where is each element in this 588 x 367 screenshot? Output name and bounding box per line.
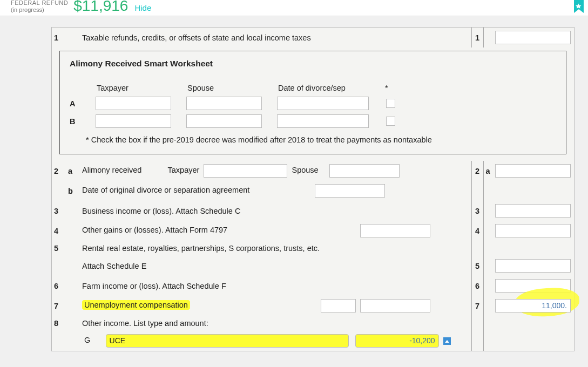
scroll-up-icon[interactable] [443, 337, 451, 345]
line-8g-amount-field[interactable]: -10,200 [355, 334, 439, 348]
alimony-hdr-spouse: Spouse [186, 84, 267, 92]
line-8g-label: G [84, 336, 90, 344]
line-7-row: 7 Unemployment compensation 7 [52, 296, 574, 316]
line-2b-row: b Date of original divorce or separation… [52, 181, 574, 201]
line-3-desc: Business income or (loss). Attach Schedu… [80, 201, 471, 221]
line-4-mid-field[interactable] [360, 224, 430, 237]
line-8g-amount-value: -10,200 [409, 336, 435, 345]
line-6-rnum: 6 [471, 276, 483, 296]
line-5-desc1: Rental real estate, royalties, partnersh… [80, 241, 471, 256]
line-6-num: 6 [52, 276, 66, 296]
line-7-mid-field-a[interactable] [321, 299, 356, 312]
line-7-amount-value: 11,000. [499, 300, 567, 312]
line-6-desc: Farm income or (loss). Attach Schedule F [80, 276, 471, 296]
alimony-b-taxpayer-field[interactable] [96, 114, 171, 128]
alimony-hdr-date: Date of divorce/sep [277, 84, 374, 92]
alimony-ws-title: Alimony Received Smart Worksheet [70, 59, 556, 69]
line-5-row-a: 5 Rental real estate, royalties, partner… [52, 241, 574, 256]
line-3-num: 3 [52, 201, 66, 221]
line-1-desc: Taxable refunds, credits, or offsets of … [80, 28, 471, 47]
line-1-row: 1 Taxable refunds, credits, or offsets o… [52, 28, 574, 47]
alimony-b-checkbox[interactable] [386, 117, 395, 126]
line-2a-desc: Alimony received [82, 166, 141, 174]
line-2a-row: 2 a Alimony received Taxpayer Spouse 2 a [52, 161, 574, 181]
line-7-desc: Unemployment compensation [82, 300, 190, 310]
line-5-num: 5 [52, 241, 66, 256]
line-4-desc: Other gains or (losses). Attach Form 479… [82, 226, 227, 234]
line-1-amount-field[interactable] [495, 31, 571, 44]
line-7-amount-field[interactable]: 11,000. [495, 299, 571, 312]
line-2b-sub: b [66, 181, 80, 201]
refund-amount: $11,916 [73, 0, 128, 13]
line-7-mid-field-b[interactable] [360, 299, 430, 312]
line-2a-spouse-lbl: Spouse [292, 166, 318, 174]
line-5-desc2: Attach Schedule E [80, 256, 471, 276]
alimony-row-b-label: B [70, 117, 86, 126]
line-8-num: 8 [52, 316, 66, 331]
alimony-b-date-field[interactable] [277, 114, 369, 128]
refund-label-line1: FEDERAL REFUND [11, 0, 68, 6]
line-2a-taxpayer-field[interactable] [204, 164, 287, 178]
refund-label-line2: (in progress) [11, 6, 68, 13]
line-8g-type-field[interactable]: UCE [106, 334, 349, 348]
line-8-desc: Other income. List type and amount: [80, 316, 471, 331]
line-3-row: 3 Business income or (loss). Attach Sche… [52, 201, 574, 221]
line-2a-taxpayer-lbl: Taxpayer [168, 166, 200, 174]
line-5-amount-field[interactable] [495, 259, 571, 273]
alimony-a-taxpayer-field[interactable] [96, 97, 171, 110]
line-2a-rnum: 2 [471, 161, 483, 181]
hide-link[interactable]: Hide [134, 3, 151, 12]
alimony-b-spouse-field[interactable] [186, 114, 262, 128]
line-6-row: 6 Farm income or (loss). Attach Schedule… [52, 276, 574, 296]
line-3-rnum: 3 [471, 201, 483, 221]
alimony-worksheet: Alimony Received Smart Worksheet Taxpaye… [59, 51, 566, 154]
line-8g-row: G UCE -10,200 [52, 331, 574, 351]
alimony-a-checkbox[interactable] [386, 99, 395, 108]
form-schedule: 1 Taxable refunds, credits, or offsets o… [51, 27, 575, 351]
line-8g-type-value: UCE [110, 336, 126, 345]
line-1-num: 1 [52, 28, 66, 47]
line-2a-rsub: a [483, 161, 493, 181]
line-3-amount-field[interactable] [495, 204, 571, 218]
line-4-row: 4 Other gains or (losses). Attach Form 4… [52, 221, 574, 241]
bookmark-icon[interactable] [573, 0, 585, 14]
line-2a-amount-field[interactable] [495, 164, 571, 178]
line-2b-desc: Date of original divorce or separation a… [82, 186, 249, 194]
alimony-ws-note: * Check the box if the pre-2019 decree w… [86, 135, 556, 144]
line-7-num: 7 [52, 296, 66, 316]
line-8-row: 8 Other income. List type and amount: [52, 316, 574, 331]
line-4-num: 4 [52, 221, 66, 241]
line-7-rnum: 7 [471, 296, 483, 316]
alimony-a-spouse-field[interactable] [186, 97, 262, 110]
refund-label: FEDERAL REFUND (in progress) [11, 0, 68, 13]
alimony-hdr-star: * [384, 84, 405, 92]
line-5-rnum: 5 [471, 256, 483, 276]
line-2a-num: 2 [52, 161, 66, 181]
alimony-a-date-field[interactable] [277, 97, 369, 110]
line-4-amount-field[interactable] [495, 224, 571, 237]
line-1-rnum: 1 [471, 28, 483, 47]
line-4-rnum: 4 [471, 221, 483, 241]
line-6-amount-field[interactable] [495, 279, 571, 293]
alimony-row-a-label: A [70, 99, 86, 108]
line-5-row-b: Attach Schedule E 5 [52, 256, 574, 276]
alimony-hdr-taxpayer: Taxpayer [96, 84, 177, 92]
app-header: FEDERAL REFUND (in progress) $11,916 Hid… [0, 0, 588, 16]
line-2b-date-field[interactable] [315, 184, 385, 198]
line-2a-sub: a [66, 161, 80, 181]
line-2a-spouse-field[interactable] [329, 164, 400, 178]
